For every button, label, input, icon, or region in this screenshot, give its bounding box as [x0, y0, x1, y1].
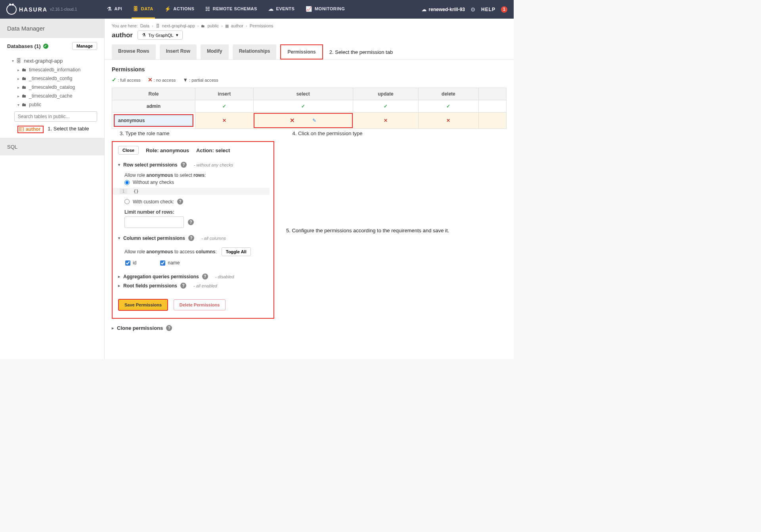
nav-actions-label: ACTIONS	[173, 6, 194, 11]
pencil-icon: ✎	[312, 118, 316, 123]
root-fields-label: Root fields permissions	[123, 283, 177, 289]
header-right: ☁ renewed-krill-93 ⚙ HELP 1	[422, 6, 507, 13]
tab-relationships[interactable]: Relationships	[233, 44, 277, 59]
nav-api-label: API	[115, 6, 122, 11]
help-icon[interactable]: ?	[188, 235, 194, 241]
tree-schema-3[interactable]: ▸🖿_timescaledb_cache	[0, 92, 104, 100]
root-fields-header[interactable]: ▸ Root fields permissions ? - all enable…	[118, 283, 268, 292]
th-delete: delete	[418, 88, 478, 100]
clone-permissions-header[interactable]: ▸ Clone permissions ?	[105, 319, 514, 331]
tab-permissions[interactable]: Permissions	[281, 45, 322, 59]
row-permissions-header[interactable]: ▾ Row select permissions ? - without any…	[118, 159, 268, 171]
folder-icon: 🖿	[22, 76, 27, 81]
close-button[interactable]: Close	[118, 146, 139, 155]
column-permissions-header[interactable]: ▾ Column select permissions ? - all colu…	[118, 232, 268, 244]
delete-permissions-button[interactable]: Delete Permissions	[174, 299, 226, 310]
clone-permissions-label: Clone permissions	[117, 325, 163, 331]
col-desc-cols: columns	[196, 249, 215, 255]
cell-admin-select[interactable]: ✓	[253, 100, 353, 113]
tree-schema-4[interactable]: ▾🖿public	[0, 100, 104, 109]
help-icon[interactable]: ?	[202, 274, 208, 279]
tree-schema-0[interactable]: ▸🖿timescaledb_information	[0, 65, 104, 74]
tab-insert[interactable]: Insert Row	[160, 44, 197, 59]
folder-icon: 🖿	[22, 84, 27, 90]
limit-label: Limit number of rows:	[124, 209, 268, 216]
manage-button[interactable]: Manage	[72, 42, 97, 50]
cell-anon-insert[interactable]: ✕	[195, 113, 254, 129]
db-status-icon: ✓	[43, 44, 48, 49]
row-anonymous: ✕ ✕ ✎ ✕ ✕	[112, 113, 507, 129]
nav-actions[interactable]: ⚡ACTIONS	[163, 0, 196, 19]
help-link[interactable]: HELP	[481, 7, 495, 12]
radio-without-checks[interactable]	[124, 180, 130, 185]
toggle-all-button[interactable]: Toggle All	[222, 247, 251, 256]
bc-db[interactable]: next-graphql-app	[162, 23, 195, 28]
help-icon[interactable]: ?	[181, 162, 187, 168]
cell-anon-select[interactable]: ✕ ✎	[253, 113, 353, 129]
tree-schema-2-label: _timescaledb_catalog	[29, 84, 75, 90]
chevron-right-icon: ▸	[112, 326, 114, 330]
legend-no: : no access	[154, 78, 176, 82]
schema-icon: ☵	[205, 6, 210, 12]
project-chip[interactable]: ☁ renewed-krill-93	[422, 7, 465, 12]
save-permissions-button[interactable]: Save Permissions	[118, 299, 168, 311]
nav-events[interactable]: ☁EVENTS	[267, 0, 296, 19]
notification-badge[interactable]: 1	[501, 6, 507, 13]
sql-link[interactable]: SQL	[0, 138, 104, 155]
row-desc-rows: rows	[193, 172, 205, 178]
role-name-input[interactable]	[115, 115, 193, 126]
aggregation-header[interactable]: ▸ Aggregation queries permissions ? - di…	[118, 270, 268, 283]
cell-anon-update[interactable]: ✕	[353, 113, 418, 129]
checkbox-id[interactable]	[125, 260, 130, 266]
tree-db[interactable]: ▾🗄next-graphql-app	[0, 56, 104, 65]
bolt-icon: ⚡	[164, 6, 171, 12]
chevron-right-icon: ▸	[17, 85, 19, 90]
row-admin: admin ✓ ✓ ✓ ✓	[112, 100, 507, 113]
checkbox-name[interactable]	[160, 260, 165, 266]
nav-monitoring[interactable]: 📈MONITORING	[304, 0, 346, 19]
cell-admin-insert[interactable]: ✓	[195, 100, 254, 113]
nav-remote-schemas[interactable]: ☵REMOTE SCHEMAS	[204, 0, 259, 19]
folder-icon: 🖿	[22, 93, 27, 99]
bc-current: Permissions	[250, 23, 273, 28]
chevron-down-icon: ▾	[118, 163, 120, 167]
nav-api[interactable]: ⚗API	[105, 0, 124, 19]
help-icon[interactable]: ?	[166, 325, 172, 331]
cell-admin-delete[interactable]: ✓	[418, 100, 478, 113]
sidebar: Data Manager Databases (1) ✓ Manage ▾🗄ne…	[0, 19, 105, 359]
bc-schema[interactable]: public	[207, 23, 219, 28]
tree-schema-2[interactable]: ▸🖿_timescaledb_catalog	[0, 83, 104, 92]
folder-icon: 🖿	[22, 102, 27, 107]
tab-browse[interactable]: Browse Rows	[112, 44, 156, 59]
cell-admin-update[interactable]: ✓	[353, 100, 418, 113]
settings-icon[interactable]: ⚙	[470, 6, 476, 13]
version-label: v2.16.1-cloud.1	[50, 7, 77, 11]
th-role: Role	[112, 88, 195, 100]
row-permissions-hint: - without any checks	[194, 163, 233, 167]
database-icon: 🗄	[16, 58, 21, 64]
aggregation-label: Aggregation queries permissions	[123, 274, 199, 279]
help-icon[interactable]: ?	[188, 219, 194, 225]
try-graphql-button[interactable]: ⚗ Try GraphQL ▾	[138, 31, 183, 40]
table-search-input[interactable]	[14, 111, 97, 122]
editor-role-label: Role: anonymous	[146, 147, 189, 153]
radio-without-checks-label: Without any checks	[133, 180, 174, 185]
bc-data[interactable]: Data	[140, 23, 149, 28]
radio-custom-check[interactable]	[124, 199, 130, 204]
limit-input[interactable]	[124, 216, 184, 228]
flask-icon: ⚗	[142, 33, 146, 38]
help-icon[interactable]: ?	[177, 199, 183, 205]
bc-table[interactable]: author	[231, 23, 243, 28]
tab-modify[interactable]: Modify	[201, 44, 229, 59]
aggregation-hint: - disabled	[215, 274, 234, 279]
nav-data[interactable]: 🗄DATA	[132, 0, 155, 19]
tree-schema-1[interactable]: ▸🖿_timescaledb_config	[0, 74, 104, 83]
cell-admin-role: admin	[112, 100, 195, 113]
sidebar-title: Data Manager	[0, 19, 104, 38]
column-permissions-hint: - all columns	[201, 236, 226, 241]
sidebar-table-author[interactable]: author	[17, 126, 44, 133]
cell-anon-delete[interactable]: ✕	[418, 113, 478, 129]
help-icon[interactable]: ?	[180, 283, 186, 289]
col-desc-mid: to access	[173, 249, 196, 255]
table-search-wrap	[14, 111, 97, 122]
